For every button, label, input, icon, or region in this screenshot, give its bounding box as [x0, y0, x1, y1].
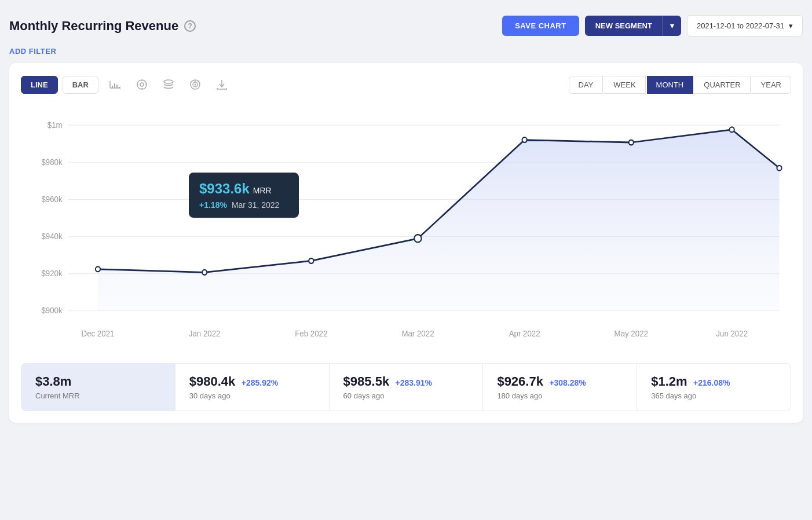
svg-text:$920k: $920k: [41, 269, 62, 279]
bar-view-button[interactable]: BAR: [63, 76, 98, 94]
svg-text:May 2022: May 2022: [615, 328, 648, 338]
download-icon-button[interactable]: [211, 75, 233, 94]
svg-text:$940k: $940k: [41, 231, 62, 241]
header-left: Monthly Recurring Revenue ?: [9, 19, 196, 34]
stat-180days-label: 180 days ago: [497, 391, 623, 400]
svg-point-42: [522, 137, 527, 142]
svg-point-7: [140, 83, 144, 86]
chart-card: LINE BAR: [9, 63, 803, 423]
add-filter-button[interactable]: ADD FILTER: [9, 47, 56, 56]
svg-point-44: [730, 127, 734, 132]
stat-60days-label: 60 days ago: [343, 391, 469, 400]
date-range-chevron-icon: ▾: [789, 21, 793, 30]
date-range-value: 2021-12-01 to 2022-07-31: [697, 21, 784, 30]
svg-point-15: [194, 84, 196, 86]
svg-text:Apr 2022: Apr 2022: [509, 328, 540, 338]
page-container: Monthly Recurring Revenue ? SAVE CHART N…: [9, 9, 803, 423]
stats-row: $3.8m Current MRR $980.4k +285.92% 30 da…: [21, 363, 791, 411]
chart-svg: $1m $980k $960k $940k $920k $900k Dec 20…: [21, 106, 791, 349]
stat-365days: $1.2m +216.08% 365 days ago: [637, 364, 791, 411]
stat-60days-values: $985.5k +283.91%: [343, 374, 469, 389]
svg-point-40: [309, 258, 313, 263]
svg-point-12: [164, 80, 173, 83]
axis-icon-button[interactable]: [103, 75, 126, 94]
svg-text:$1m: $1m: [47, 120, 63, 130]
settings-icon-button[interactable]: [131, 75, 153, 94]
chart-area: $1m $980k $960k $940k $920k $900k Dec 20…: [21, 106, 791, 349]
toolbar-left: LINE BAR: [21, 75, 233, 94]
new-segment-button[interactable]: NEW SEGMENT ▾: [585, 16, 681, 36]
stack-icon-button[interactable]: [158, 75, 180, 94]
svg-text:Feb 2022: Feb 2022: [295, 328, 327, 338]
year-period-button[interactable]: YEAR: [752, 76, 791, 94]
page-title: Monthly Recurring Revenue: [9, 19, 178, 34]
quarter-period-button[interactable]: QUARTER: [694, 76, 750, 94]
svg-point-43: [629, 140, 634, 145]
svg-text:Jan 2022: Jan 2022: [189, 328, 221, 338]
target-icon-button[interactable]: [184, 75, 206, 94]
svg-point-6: [137, 80, 147, 89]
stat-365days-values: $1.2m +216.08%: [651, 374, 777, 389]
help-icon[interactable]: ?: [184, 20, 196, 32]
save-chart-button[interactable]: SAVE CHART: [502, 16, 579, 36]
week-period-button[interactable]: WEEK: [604, 76, 645, 94]
svg-text:$980k: $980k: [41, 157, 62, 167]
line-view-button[interactable]: LINE: [21, 76, 58, 94]
new-segment-label: NEW SEGMENT: [585, 16, 663, 36]
stat-30days-values: $980.4k +285.92%: [189, 374, 315, 389]
svg-point-41: [414, 235, 421, 242]
svg-text:$960k: $960k: [41, 194, 62, 204]
chart-toolbar: LINE BAR: [21, 75, 791, 94]
stat-180days: $926.7k +308.28% 180 days ago: [483, 364, 637, 411]
stat-180days-values: $926.7k +308.28%: [497, 374, 623, 389]
svg-point-38: [96, 266, 100, 272]
svg-point-39: [202, 270, 207, 275]
stat-60days: $985.5k +283.91% 60 days ago: [330, 364, 484, 411]
svg-text:Dec 2021: Dec 2021: [82, 328, 115, 338]
add-filter-section: ADD FILTER: [9, 46, 803, 63]
svg-text:Mar 2022: Mar 2022: [401, 328, 434, 338]
stat-current-mrr: $3.8m Current MRR: [21, 364, 175, 411]
stat-current-label: Current MRR: [35, 391, 161, 400]
header: Monthly Recurring Revenue ? SAVE CHART N…: [9, 9, 803, 46]
svg-point-45: [777, 166, 781, 171]
svg-text:Jun 2022: Jun 2022: [716, 328, 748, 338]
stat-30days: $980.4k +285.92% 30 days ago: [175, 364, 330, 411]
month-period-button[interactable]: MONTH: [647, 76, 694, 94]
stat-30days-label: 30 days ago: [189, 391, 315, 400]
header-right: SAVE CHART NEW SEGMENT ▾ 2021-12-01 to 2…: [502, 15, 803, 36]
date-range-button[interactable]: 2021-12-01 to 2022-07-31 ▾: [687, 15, 803, 36]
stat-current-value: $3.8m: [35, 374, 161, 389]
toolbar-right: DAY WEEK MONTH QUARTER YEAR: [569, 76, 791, 94]
chevron-down-icon[interactable]: ▾: [663, 16, 681, 36]
day-period-button[interactable]: DAY: [569, 76, 603, 94]
stat-365days-label: 365 days ago: [651, 391, 777, 400]
svg-text:$900k: $900k: [41, 306, 62, 316]
